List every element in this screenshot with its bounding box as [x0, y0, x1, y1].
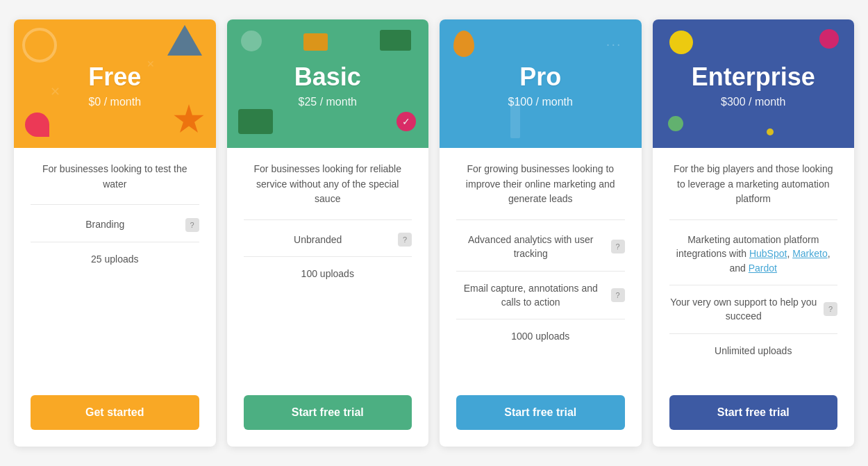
deco-monitor-basic [238, 109, 273, 134]
plan-title-pro: Pro [519, 63, 561, 92]
card-footer-free: Get started [14, 381, 216, 447]
deco-moon2-enterprise [669, 31, 693, 54]
feature-list-basic: Unbranded ? 100 uploads [244, 223, 412, 367]
deco-circle2-enterprise [819, 29, 839, 49]
deco-circle-free [22, 28, 57, 63]
feature-branding: Branding ? [31, 208, 199, 242]
link-hubspot[interactable]: HubSpot [749, 248, 787, 259]
help-icon-branding[interactable]: ? [185, 218, 199, 232]
feature-text-uploads-enterprise: Unlimited uploads [669, 344, 838, 358]
card-body-basic: For businesses looking for reliable serv… [227, 148, 429, 381]
deco-star-free [174, 104, 205, 135]
card-header-enterprise: Enterprise $300 / month [653, 19, 855, 148]
feature-list-free: Branding ? 25 uploads [31, 208, 199, 367]
card-footer-enterprise: Start free trial [653, 381, 855, 447]
plan-title-free: Free [88, 63, 141, 92]
link-marketo[interactable]: Marketo [792, 248, 828, 259]
card-free: ✕ ✕ Free $0 / month For businesses looki… [14, 19, 216, 447]
help-icon-unbranded[interactable]: ? [398, 233, 412, 247]
feature-uploads-enterprise: Unlimited uploads [669, 334, 838, 367]
feature-text-uploads-free: 25 uploads [31, 252, 199, 266]
card-enterprise: Enterprise $300 / month For the big play… [653, 19, 855, 447]
plan-description-pro: For growing businesses looking to improv… [456, 162, 625, 220]
card-footer-basic: Start free trial [227, 381, 429, 447]
feature-integrations: Marketing automation platform integratio… [669, 223, 838, 285]
feature-uploads-free: 25 uploads [31, 242, 199, 276]
feature-uploads-pro: 1000 uploads [456, 319, 625, 353]
plan-price-enterprise: $300 / month [721, 96, 785, 108]
deco-balloon-pro [453, 31, 474, 57]
feature-text-unbranded: Unbranded [244, 233, 393, 247]
cta-button-pro[interactable]: Start free trial [456, 395, 625, 430]
plan-price-basic: $25 / month [299, 96, 358, 108]
card-header-pro: ··· Pro $100 / month [440, 19, 642, 148]
card-basic: ✓ Basic $25 / month For businesses looki… [227, 19, 429, 447]
feature-uploads-basic: 100 uploads [244, 257, 412, 290]
card-header-free: ✕ ✕ Free $0 / month [14, 19, 216, 148]
feature-list-enterprise: Marketing automation platform integratio… [669, 223, 838, 367]
card-body-pro: For growing businesses looking to improv… [440, 148, 642, 381]
deco-triangle-free [167, 25, 202, 56]
help-icon-analytics[interactable]: ? [611, 240, 625, 253]
plan-description-free: For businesses looking to test the water [31, 162, 199, 205]
deco-flower-free [25, 113, 49, 137]
feature-text-uploads-pro: 1000 uploads [456, 329, 625, 343]
plan-description-enterprise: For the big players and those looking to… [669, 162, 838, 220]
feature-text-analytics: Advanced analytics with user tracking [456, 233, 606, 261]
card-pro: ··· Pro $100 / month For growing busines… [440, 19, 642, 447]
feature-text-integrations: Marketing automation platform integratio… [669, 233, 838, 275]
deco-rect2-basic [380, 30, 411, 51]
cta-button-enterprise[interactable]: Start free trial [669, 395, 838, 430]
feature-text-branding: Branding [31, 217, 180, 231]
deco-dot-enterprise [767, 128, 774, 135]
feature-text-support: Your very own support to help you succee… [669, 295, 819, 324]
help-icon-support[interactable]: ? [824, 302, 837, 316]
deco-x1-free: ✕ [50, 84, 60, 99]
feature-analytics: Advanced analytics with user tracking ? [456, 223, 625, 272]
card-body-enterprise: For the big players and those looking to… [653, 148, 855, 381]
deco-green-circle-enterprise [668, 116, 683, 131]
plan-description-basic: For businesses looking for reliable serv… [244, 162, 412, 220]
feature-unbranded: Unbranded ? [244, 223, 412, 257]
deco-moon-basic [241, 31, 262, 51]
card-header-basic: ✓ Basic $25 / month [227, 19, 429, 148]
pricing-container: ✕ ✕ Free $0 / month For businesses looki… [14, 19, 854, 447]
deco-x2-free: ✕ [147, 58, 155, 69]
feature-list-pro: Advanced analytics with user tracking ? … [456, 223, 625, 367]
deco-check-basic: ✓ [397, 112, 416, 131]
feature-support: Your very own support to help you succee… [669, 285, 838, 334]
card-body-free: For businesses looking to test the water… [14, 148, 216, 381]
feature-text-email-capture: Email capture, annotations and calls to … [456, 281, 606, 310]
cta-button-basic[interactable]: Start free trial [244, 395, 412, 430]
deco-rect1-basic [303, 33, 328, 51]
deco-dots-pro: ··· [606, 36, 622, 52]
feature-text-uploads-basic: 100 uploads [244, 267, 412, 281]
link-pardot[interactable]: Pardot [749, 263, 777, 274]
plan-title-basic: Basic [294, 63, 361, 92]
plan-price-free: $0 / month [88, 96, 141, 108]
plan-price-pro: $100 / month [508, 96, 573, 108]
plan-title-enterprise: Enterprise [692, 63, 815, 92]
cta-button-free[interactable]: Get started [31, 395, 199, 430]
feature-email-capture: Email capture, annotations and calls to … [456, 272, 625, 320]
help-icon-email-capture[interactable]: ? [611, 288, 625, 302]
card-footer-pro: Start free trial [440, 381, 642, 447]
